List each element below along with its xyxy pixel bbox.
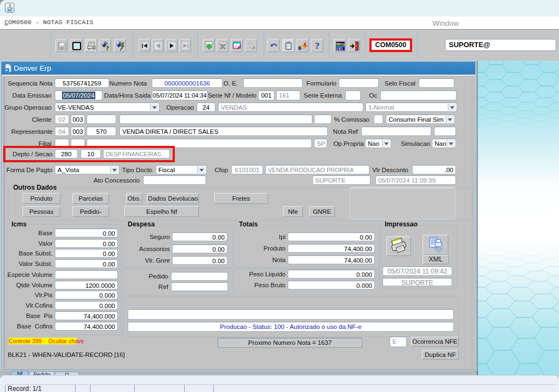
svg-text:?: ? [315,41,320,50]
svg-text:?: ? [106,44,109,51]
svg-text:Menu: Menu [336,42,345,46]
